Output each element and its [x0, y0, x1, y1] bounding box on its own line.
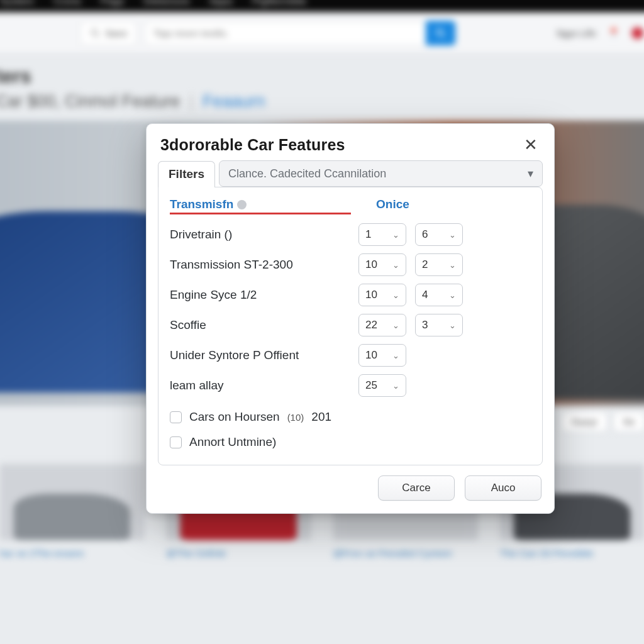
section-header-onice[interactable]: Onice	[376, 197, 409, 214]
chevron-down-icon: ⌄	[392, 260, 399, 270]
chevron-down-icon: ⌄	[392, 381, 399, 391]
chevron-down-icon: ⌄	[392, 291, 399, 300]
checkbox-group: Cars on Hoursen (10) 201 Annort Untmine)	[170, 404, 531, 455]
filter-select-min[interactable]: 1⌄	[358, 223, 406, 246]
filter-select-max[interactable]: 6⌄	[415, 223, 463, 246]
chevron-down-icon: ⌄	[449, 291, 456, 300]
filter-row: Drivetrain () 1⌄ 6⌄	[170, 219, 531, 250]
filter-row: Engine Syce 1/2 10⌄ 4⌄	[170, 280, 531, 310]
modal-overlay: 3dororable Car Features ✕ Filters Clance…	[0, 0, 644, 644]
filter-row: leam allay 25⌄	[170, 370, 531, 401]
select-value: 10	[365, 289, 377, 301]
filter-label: Unider Syntore P Offient	[170, 348, 358, 362]
checkbox-row[interactable]: Annort Untmine)	[170, 430, 531, 455]
checkbox-suffix: 201	[311, 410, 331, 424]
category-select-value: Clance. Cadecited Ccannilation	[228, 167, 386, 180]
chevron-down-icon: ⌄	[449, 230, 456, 240]
filter-label: leam allay	[170, 379, 358, 392]
select-value: 10	[365, 258, 377, 271]
filter-select[interactable]: 10⌄	[358, 344, 406, 367]
chevron-down-icon: ⌄	[392, 351, 399, 360]
filter-select-min[interactable]: 10⌄	[358, 284, 406, 306]
filter-row: Unider Syntore P Offient 10⌄	[170, 340, 531, 370]
checkbox[interactable]	[170, 436, 182, 448]
apply-button[interactable]: Auco	[465, 475, 541, 501]
select-value: 25	[365, 379, 377, 392]
modal-title: 3dororable Car Features	[160, 136, 345, 154]
select-value: 2	[422, 258, 428, 271]
chevron-down-icon: ⌄	[392, 321, 399, 330]
checkbox[interactable]	[170, 411, 182, 423]
filter-select-min[interactable]: 10⌄	[358, 253, 406, 276]
chevron-down-icon: ⌄	[449, 260, 456, 270]
select-value: 1	[365, 228, 371, 241]
select-value: 3	[422, 319, 428, 331]
filter-select-max[interactable]: 4⌄	[415, 284, 463, 306]
close-icon[interactable]: ✕	[521, 135, 540, 154]
column-headers: Transmisfn Onice	[170, 197, 531, 214]
filter-row: Transmission ST-2-300 10⌄ 2⌄	[170, 250, 531, 280]
filters-modal: 3dororable Car Features ✕ Filters Clance…	[146, 123, 555, 514]
filter-row: Scoffie 22⌄ 3⌄	[170, 310, 531, 340]
checkbox-label: Annort Untmine)	[189, 435, 276, 449]
section-header-label: Transmisfn	[170, 197, 233, 211]
filter-label: Transmission ST-2-300	[170, 258, 358, 272]
info-icon[interactable]	[237, 200, 247, 209]
filter-label: Drivetrain ()	[170, 228, 358, 242]
chevron-down-icon: ⌄	[449, 321, 456, 330]
filter-select-max[interactable]: 2⌄	[415, 253, 463, 276]
filters-panel: Transmisfn Onice Drivetrain () 1⌄ 6⌄ Tra…	[158, 187, 543, 465]
select-value: 10	[365, 349, 377, 362]
tab-filters[interactable]: Filters	[158, 161, 215, 187]
select-value: 6	[422, 228, 428, 241]
section-header-transmission[interactable]: Transmisfn	[170, 197, 351, 214]
category-select[interactable]: Clance. Cadecited Ccannilation ▾	[219, 160, 543, 187]
filter-label: Scoffie	[170, 318, 358, 332]
cancel-button[interactable]: Carce	[378, 475, 455, 501]
filter-select-max[interactable]: 3⌄	[415, 314, 463, 336]
select-value: 22	[365, 319, 377, 331]
modal-header: 3dororable Car Features ✕	[147, 124, 554, 160]
chevron-down-icon: ▾	[528, 167, 533, 180]
filter-rows: Drivetrain () 1⌄ 6⌄ Transmission ST-2-30…	[170, 219, 531, 401]
modal-tabs: Filters Clance. Cadecited Ccannilation ▾	[147, 160, 554, 187]
modal-footer: Carce Auco	[147, 465, 554, 513]
checkbox-count: (10)	[287, 412, 304, 423]
chevron-down-icon: ⌄	[392, 230, 399, 240]
select-value: 4	[422, 289, 428, 301]
checkbox-label: Cars on Hoursen	[189, 410, 280, 424]
filter-label: Engine Syce 1/2	[170, 288, 358, 302]
checkbox-row[interactable]: Cars on Hoursen (10) 201	[170, 404, 531, 430]
filter-select[interactable]: 25⌄	[358, 374, 406, 397]
filter-select-min[interactable]: 22⌄	[358, 314, 406, 336]
